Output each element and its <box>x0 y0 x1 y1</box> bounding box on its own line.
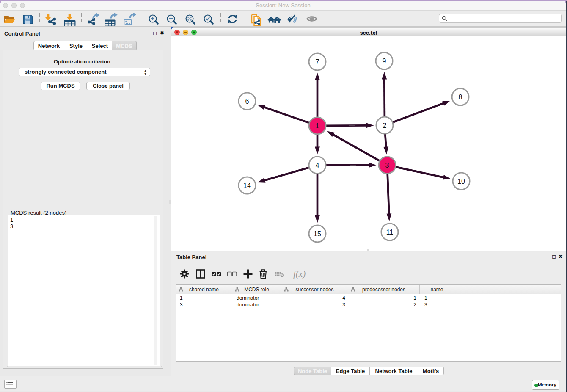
svg-text:8: 8 <box>459 94 462 101</box>
svg-text:1: 1 <box>316 122 319 130</box>
svg-text:10: 10 <box>457 178 465 185</box>
svg-text:15: 15 <box>314 230 321 237</box>
svg-text:14: 14 <box>243 182 251 189</box>
svg-text:f(x): f(x) <box>293 269 306 279</box>
svg-text:4: 4 <box>316 162 319 169</box>
svg-text:11: 11 <box>386 229 394 236</box>
svg-text:3: 3 <box>385 162 389 169</box>
svg-text:9: 9 <box>383 58 386 65</box>
svg-text:2: 2 <box>383 122 387 129</box>
svg-text:7: 7 <box>316 58 319 66</box>
svg-text:6: 6 <box>245 98 249 105</box>
